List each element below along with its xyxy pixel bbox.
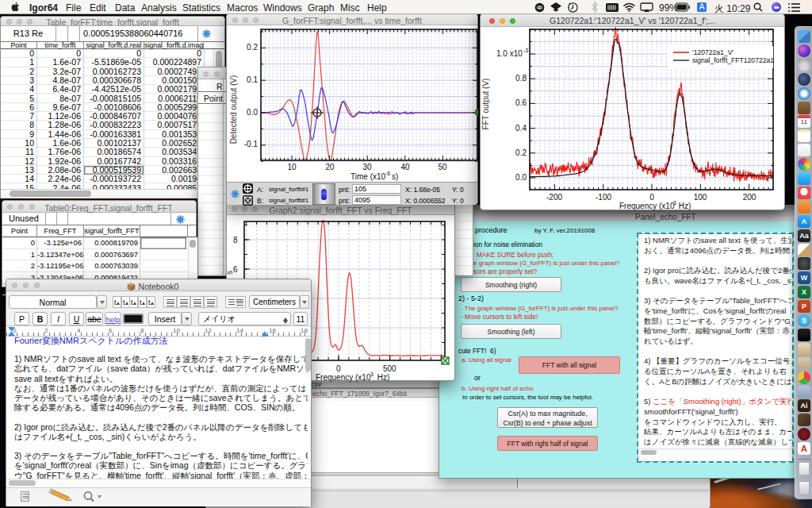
svg-text:Hz): Hz) (676, 202, 691, 210)
svg-text:Hz): Hz) (375, 373, 389, 382)
svg-text:10: 10 (287, 163, 297, 171)
svg-text:-6: -6 (385, 171, 390, 176)
svg-text:Time (x10: Time (x10 (350, 172, 386, 181)
svg-text:FFT output (V): FFT output (V) (481, 79, 490, 130)
svg-text:1.0 x10: 1.0 x10 (496, 49, 523, 58)
svg-text:0.2: 0.2 (515, 148, 527, 157)
svg-text:0.8: 0.8 (515, 74, 527, 83)
svg-text:s: s (225, 271, 234, 275)
svg-text:-3: -3 (523, 48, 528, 53)
svg-text:8: 8 (233, 236, 238, 244)
svg-text:0.0: 0.0 (247, 108, 258, 117)
svg-text:50: 50 (438, 163, 447, 171)
svg-text:signal_forfft_FFT120722a1: signal_forfft_FFT120722a1 (692, 56, 774, 64)
svg-text:0.1: 0.1 (247, 75, 258, 84)
svg-text:s): s) (392, 172, 398, 181)
svg-text:3: 3 (370, 371, 373, 377)
svg-text:40: 40 (400, 163, 410, 171)
svg-text:100: 100 (694, 193, 707, 202)
svg-text:Detected output (V): Detected output (V) (229, 75, 238, 144)
svg-text:-100: -100 (596, 193, 611, 202)
svg-text:0: 0 (649, 193, 654, 202)
svg-text:0.0: 0.0 (515, 173, 527, 182)
svg-text:Frequency (x10: Frequency (x10 (316, 373, 371, 382)
svg-text:-200: -200 (546, 193, 562, 202)
svg-text:30: 30 (362, 163, 372, 171)
svg-text:0.6: 0.6 (515, 98, 527, 107)
svg-text:Frequency (x10: Frequency (x10 (619, 202, 675, 210)
svg-text:500: 500 (383, 364, 396, 373)
svg-text:0.2: 0.2 (247, 43, 258, 52)
svg-text:'120722a1_V': '120722a1_V' (692, 48, 733, 56)
svg-text:-0.1: -0.1 (244, 140, 259, 148)
svg-text:200: 200 (743, 193, 756, 202)
svg-text:0.4: 0.4 (515, 124, 527, 133)
svg-text:0: 0 (336, 364, 341, 373)
svg-text:20: 20 (325, 163, 335, 171)
